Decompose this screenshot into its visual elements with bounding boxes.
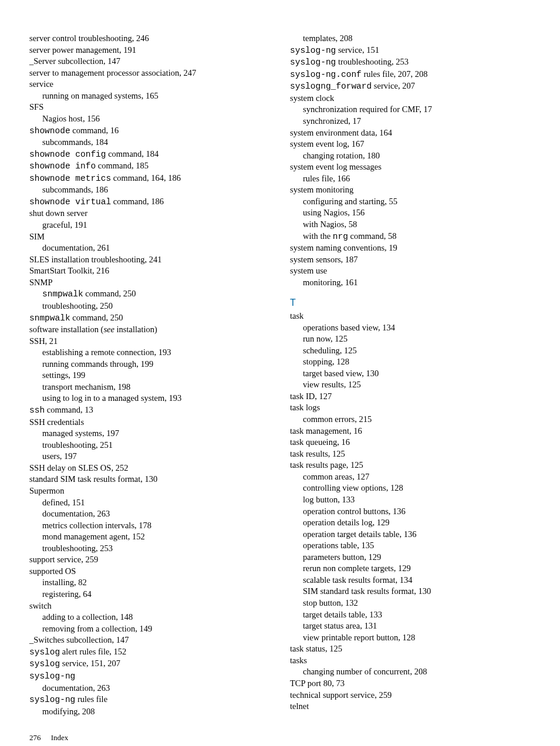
index-entry: system event log, 167	[290, 139, 531, 150]
index-entry: shownode info command, 185	[29, 160, 270, 173]
index-entry: task queueing, 16	[290, 437, 531, 448]
index-entry: monitoring, 161	[290, 277, 531, 289]
index-entry: transport mechanism, 198	[29, 382, 270, 393]
index-entry: task ID, 127	[290, 391, 531, 403]
index-entry: establishing a remote connection, 193	[29, 347, 270, 359]
index-entry: system use	[290, 265, 531, 277]
footer-label: Index	[51, 733, 69, 742]
index-entry: with Nagios, 58	[290, 219, 531, 231]
index-entry: SmartStart Toolkit, 216	[29, 265, 270, 277]
index-entry: modifying, 208	[29, 706, 270, 718]
index-entry: target status area, 131	[290, 620, 531, 632]
index-entry: syslog-ng.conf rules file, 207, 208	[290, 69, 531, 81]
index-entry: SSH, 21	[29, 336, 270, 347]
index-entry: view results, 125	[290, 379, 531, 391]
index-entry: templates, 208	[290, 33, 531, 45]
index-entry: mond management agent, 152	[29, 531, 270, 543]
index-entry: operations table, 135	[290, 540, 531, 552]
index-entry: log button, 133	[290, 494, 531, 506]
index-entry: removing from a collection, 149	[29, 623, 270, 635]
index-entry: stop button, 132	[290, 598, 531, 609]
index-entry: registering, 64	[29, 589, 270, 600]
index-entry: system event log messages	[290, 161, 531, 173]
index-entry: target based view, 130	[290, 368, 531, 380]
index-entry: support service, 259	[29, 554, 270, 566]
index-entry: system clock	[290, 93, 531, 104]
index-columns: server control troubleshooting, 246serve…	[29, 33, 531, 717]
index-entry: supported OS	[29, 566, 270, 578]
page-footer: 276 Index	[29, 733, 531, 743]
index-entry: system environment data, 164	[290, 127, 531, 139]
index-entry: snmpwalk command, 250	[29, 288, 270, 301]
index-entry: syslog-ng rules file	[29, 694, 270, 706]
index-entry: SIM standard task results format, 130	[290, 586, 531, 598]
index-entry: server control troubleshooting, 246	[29, 33, 270, 45]
index-entry: syslog service, 151, 207	[29, 658, 270, 670]
index-entry: view printable report button, 128	[290, 632, 531, 644]
index-entry: system monitoring	[290, 184, 531, 196]
index-entry: documentation, 261	[29, 242, 270, 254]
index-entry: _Switches subcollection, 147	[29, 634, 270, 646]
index-entry: common errors, 215	[290, 414, 531, 426]
index-entry: synchronization required for CMF, 17	[290, 104, 531, 116]
index-entry: SSH delay on SLES OS, 252	[29, 463, 270, 474]
page-number: 276	[29, 733, 41, 742]
index-entry: system naming conventions, 19	[290, 242, 531, 254]
index-entry: system sensors, 187	[290, 254, 531, 266]
index-entry: changing rotation, 180	[290, 150, 531, 162]
index-entry: tasks	[290, 655, 531, 667]
index-entry: technical support service, 259	[290, 690, 531, 701]
index-entry: syslog alert rules file, 152	[29, 646, 270, 659]
index-entry: task results page, 125	[290, 460, 531, 471]
index-entry: subcommands, 186	[29, 184, 270, 196]
index-entry: syslog-ng	[29, 670, 270, 683]
index-entry: documentation, 263	[29, 683, 270, 694]
index-column-right: templates, 208syslog-ng service, 151sysl…	[290, 33, 531, 717]
index-entry: ssh command, 13	[29, 404, 270, 417]
index-entry: syslog-ng service, 151	[290, 45, 531, 57]
index-entry: task	[290, 310, 531, 322]
index-entry: using to log in to a managed system, 193	[29, 393, 270, 404]
index-entry: software installation (see installation)	[29, 324, 270, 336]
index-entry: SNMP	[29, 277, 270, 289]
index-entry: shownode virtual command, 186	[29, 196, 270, 208]
index-entry: rules file, 166	[290, 173, 531, 185]
index-entry: Nagios host, 156	[29, 113, 270, 125]
index-entry: scheduling, 125	[290, 345, 531, 357]
index-entry: SSH credentials	[29, 417, 270, 428]
index-entry: shut down server	[29, 208, 270, 220]
index-entry: rerun non complete targets, 129	[290, 563, 531, 575]
index-entry: managed systems, 197	[29, 428, 270, 440]
index-entry: snmpwalk command, 250	[29, 312, 270, 325]
index-entry: task logs	[290, 402, 531, 414]
index-entry: standard SIM task results format, 130	[29, 474, 270, 485]
index-entry: server to management processor associati…	[29, 67, 270, 79]
index-entry: server power management, 191	[29, 45, 270, 56]
index-entry: graceful, 191	[29, 220, 270, 231]
index-entry: adding to a collection, 148	[29, 612, 270, 623]
index-entry: troubleshooting, 253	[29, 543, 270, 555]
index-entry: _Server subcollection, 147	[29, 56, 270, 67]
index-entry: TCP port 80, 73	[290, 678, 531, 690]
index-entry: installing, 82	[29, 577, 270, 589]
index-entry: defined, 151	[29, 497, 270, 509]
index-column-left: server control troubleshooting, 246serve…	[29, 33, 270, 717]
index-entry: SFS	[29, 102, 270, 113]
index-entry: running on managed systems, 165	[29, 90, 270, 102]
index-entry: scalable task results format, 134	[290, 575, 531, 586]
index-entry: subcommands, 184	[29, 137, 270, 148]
index-entry: controlling view options, 128	[290, 482, 531, 494]
index-entry: common areas, 127	[290, 471, 531, 483]
index-entry: troubleshooting, 251	[29, 440, 270, 451]
index-entry: shownode config command, 184	[29, 148, 270, 161]
index-entry: service	[29, 79, 270, 90]
index-entry: telnet	[290, 701, 531, 713]
index-entry: configuring and starting, 55	[290, 196, 531, 208]
index-entry: task management, 16	[290, 426, 531, 437]
index-entry: shownode metrics command, 164, 186	[29, 173, 270, 185]
index-section-letter: T	[290, 296, 531, 309]
index-entry: SLES installation troubleshooting, 241	[29, 254, 270, 266]
index-entry: target details table, 133	[290, 609, 531, 621]
index-entry: Supermon	[29, 485, 270, 497]
index-entry: task results, 125	[290, 448, 531, 460]
